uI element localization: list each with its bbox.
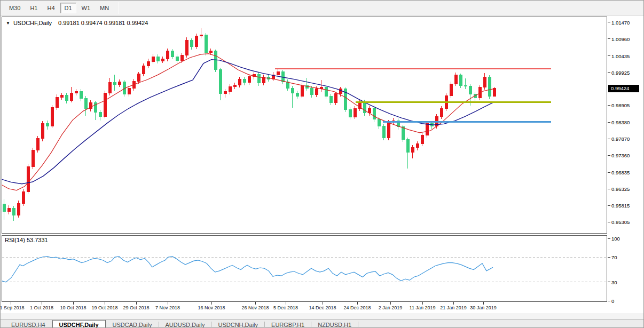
- candle-bull: [22, 191, 25, 203]
- candle-bear: [99, 113, 101, 117]
- candle-bear: [214, 51, 217, 70]
- candle-bear: [205, 35, 207, 52]
- chart-tab-eurgbp[interactable]: EURGBP,H1: [265, 320, 311, 328]
- chart-tab-usdchf[interactable]: USDCHF,Daily: [52, 320, 106, 328]
- candle-bull: [421, 135, 423, 144]
- date-axis-label: 26 Nov 2018: [241, 305, 269, 310]
- candle-bear: [94, 102, 97, 112]
- price-axis-label: 0.99925: [611, 69, 643, 75]
- candle-bull: [209, 51, 212, 53]
- chart-tab-usdcad[interactable]: USDCAD,Daily: [106, 320, 159, 328]
- candle-bear: [291, 88, 294, 93]
- candle-bear: [406, 140, 409, 153]
- rsi-axis-label: 30: [611, 279, 633, 285]
- price-axis-label: 0.98380: [611, 119, 643, 125]
- candle-bull: [7, 208, 10, 212]
- tab-separator: [358, 322, 358, 327]
- symbol-dropdown-icon[interactable]: ▼: [6, 21, 10, 26]
- candle-bull: [161, 59, 164, 61]
- candle-bull: [56, 97, 58, 107]
- chart-tab-eurusd[interactable]: EURUSD,H4: [5, 320, 52, 328]
- price-axis-label: 0.95305: [611, 219, 643, 225]
- candle-bear: [488, 77, 491, 97]
- mt4-window: M30H1H4D1W1MN ▼ USDCHF,Daily 0.99181 0.9…: [0, 0, 644, 328]
- candle-bull: [440, 109, 443, 117]
- chart-tab-nzdusd[interactable]: NZDUSD,H1: [311, 320, 358, 328]
- date-axis-label: 16 Nov 2018: [198, 305, 225, 310]
- candle-bull: [277, 72, 279, 75]
- date-axis-label: 1 Oct 2018: [30, 305, 53, 310]
- candle-bull: [450, 84, 452, 95]
- candle-bull: [483, 77, 486, 87]
- date-axis-label: 29 Oct 2018: [123, 305, 149, 310]
- price-axis-label: 1.01470: [611, 19, 643, 25]
- candle-bull: [17, 203, 20, 215]
- price-axis-label: 1.00435: [611, 53, 643, 59]
- candle-bull: [229, 87, 231, 92]
- candle-bull: [60, 95, 63, 97]
- chart-graphics-layer[interactable]: [1, 1, 644, 328]
- candle-bull: [248, 77, 250, 83]
- candle-bull: [108, 83, 111, 93]
- candle-bear: [286, 82, 289, 88]
- date-axis-label: 21 Jan 2019: [440, 305, 467, 310]
- date-axis-label: 21 Sep 2018: [0, 305, 25, 310]
- candle-bull: [315, 89, 318, 95]
- candle-bull: [238, 79, 241, 85]
- candle-bear: [65, 95, 68, 101]
- candle-bull: [224, 92, 226, 94]
- candle-bear: [80, 92, 82, 99]
- candle-bull: [51, 107, 53, 126]
- date-axis-label: 11 Jan 2019: [410, 305, 436, 310]
- current-price-tag: 0.99424: [608, 85, 639, 92]
- date-axis-label: 7 Nov 2018: [155, 305, 180, 310]
- price-axis-label: 0.97360: [611, 153, 643, 158]
- price-axis-label: 0.97870: [611, 136, 643, 142]
- candle-bull: [185, 40, 188, 55]
- candle-bear: [402, 126, 404, 139]
- candle-bear: [257, 75, 260, 83]
- rsi-axis-label: 70: [611, 254, 633, 260]
- price-axis-label: 0.96835: [611, 170, 643, 175]
- candle-bear: [176, 57, 178, 60]
- chart-tab-usdcnh[interactable]: USDCNH,Daily: [211, 320, 264, 328]
- date-axis-label: 19 Oct 2018: [91, 305, 117, 310]
- candle-bull: [493, 89, 496, 97]
- date-axis-label: 10 Oct 2018: [60, 305, 86, 310]
- rsi-label: RSI(14) 53.7331: [5, 237, 48, 243]
- candle-bull: [195, 36, 198, 47]
- candle-bear: [243, 79, 246, 83]
- candle-bear: [378, 119, 380, 126]
- date-axis-label: 14 Dec 2018: [309, 305, 336, 310]
- candle-bear: [464, 85, 467, 86]
- horizontal-scrollbar[interactable]: ◄ ►: [1, 313, 644, 319]
- candle-bull: [454, 75, 457, 84]
- candle-bear: [190, 40, 193, 47]
- candle-bull: [137, 74, 140, 81]
- candle-bear: [46, 124, 49, 126]
- candle-bear: [382, 126, 385, 138]
- candle-bear: [296, 93, 299, 96]
- candle-bull: [334, 94, 337, 102]
- candle-bear: [12, 208, 15, 215]
- candle-bull: [387, 122, 390, 138]
- candle-bear: [310, 88, 313, 95]
- candle-bull: [411, 148, 414, 152]
- candle-bull: [41, 124, 44, 139]
- price-axis-label: 0.98905: [611, 102, 643, 108]
- candle-bull: [233, 85, 236, 87]
- rsi-axis-label: 0: [611, 298, 633, 304]
- chart-tab-audusd[interactable]: AUDUSD,Daily: [159, 320, 211, 328]
- price-axis-label: 0.96325: [611, 186, 643, 192]
- chart-tab-bar: EURUSD,H4USDCHF,DailyUSDCAD,DailyAUDUSD,…: [1, 319, 644, 328]
- rsi-line: [2, 257, 493, 282]
- candle-bull: [128, 89, 130, 94]
- candle-bear: [325, 87, 327, 96]
- candle-bear: [156, 57, 159, 61]
- candle-bear: [349, 109, 351, 117]
- candle-bull: [118, 82, 121, 84]
- candle-bull: [36, 139, 39, 150]
- candle-bull: [75, 92, 77, 93]
- chart-title: ▼ USDCHF,Daily 0.99181 0.99474 0.99181 0…: [6, 20, 148, 26]
- date-axis-label: 2 Jan 2019: [379, 305, 403, 310]
